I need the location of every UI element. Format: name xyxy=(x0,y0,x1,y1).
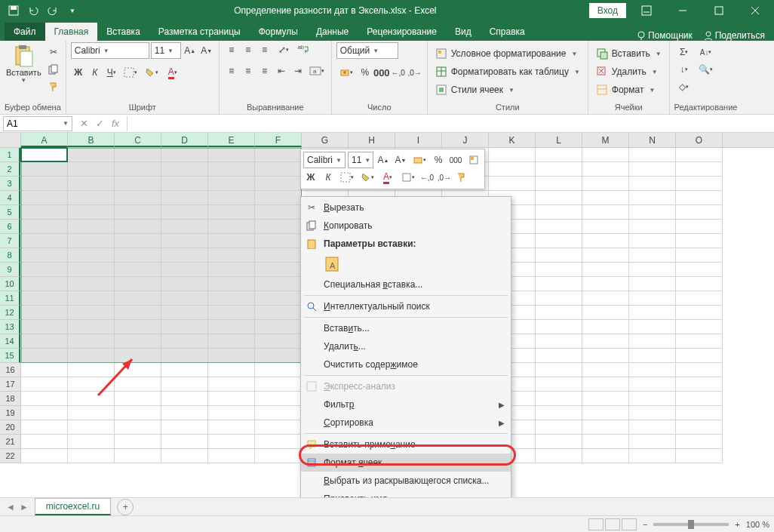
mini-grow-font[interactable]: A▲ xyxy=(376,152,391,168)
login-button[interactable]: Вход xyxy=(589,3,626,18)
wrap-text-button[interactable]: ab xyxy=(295,42,312,57)
font-color-button[interactable]: A▾ xyxy=(163,65,183,80)
row-header[interactable]: 20 xyxy=(0,420,20,435)
delete-cells-button[interactable]: Удалить▼ xyxy=(593,63,661,80)
undo-button[interactable] xyxy=(24,2,42,20)
tab-insert[interactable]: Вставка xyxy=(97,23,149,41)
mini-size-combo[interactable]: 11▼ xyxy=(348,152,373,168)
col-header[interactable]: K xyxy=(489,133,536,147)
row-header[interactable]: 5 xyxy=(0,205,20,220)
redo-button[interactable] xyxy=(44,2,62,20)
increase-indent-button[interactable]: ⇥ xyxy=(290,63,306,78)
minimize-button[interactable] xyxy=(667,0,699,21)
mini-percent[interactable]: % xyxy=(431,152,446,168)
mini-merge[interactable]: ▾ xyxy=(399,170,417,185)
currency-button[interactable]: ▾ xyxy=(336,65,356,80)
row-header[interactable]: 14 xyxy=(0,334,20,349)
row-header[interactable]: 15 xyxy=(0,349,20,363)
row-header[interactable]: 18 xyxy=(0,392,20,406)
orientation-button[interactable]: ⤢▾ xyxy=(274,42,293,57)
mini-bold[interactable]: Ж xyxy=(303,170,318,185)
comma-button[interactable]: 000 xyxy=(374,65,389,80)
menu-sort[interactable]: Сортировка▶ xyxy=(301,414,511,432)
number-format-combo[interactable]: Общий▼ xyxy=(336,42,398,59)
row-header[interactable]: 2 xyxy=(0,162,20,177)
share-button[interactable]: Поделиться xyxy=(703,30,765,41)
row-header[interactable]: 13 xyxy=(0,320,20,334)
format-cells-button[interactable]: Формат▼ xyxy=(593,81,659,98)
view-page-layout-button[interactable] xyxy=(605,518,620,530)
grow-font-button[interactable]: A▲ xyxy=(183,43,198,58)
tab-page-layout[interactable]: Разметка страницы xyxy=(149,23,250,41)
col-header[interactable]: D xyxy=(161,133,208,147)
row-header[interactable]: 1 xyxy=(0,148,20,162)
view-normal-button[interactable] xyxy=(588,518,604,530)
col-header[interactable]: G xyxy=(302,133,349,147)
col-header[interactable]: L xyxy=(536,133,582,147)
decrease-decimal-button[interactable]: ,0→ xyxy=(407,65,422,80)
merge-button[interactable]: a▾ xyxy=(307,63,327,78)
qat-customize-button[interactable]: ▼ xyxy=(63,2,81,20)
col-header[interactable]: B xyxy=(68,133,115,147)
menu-copy[interactable]: Копировать xyxy=(301,217,511,235)
menu-insert-comment[interactable]: Вставить примечание xyxy=(301,435,511,454)
col-header[interactable]: O xyxy=(676,133,723,147)
col-header[interactable]: A xyxy=(21,133,68,147)
paste-button[interactable]: Вставить ▼ xyxy=(5,42,43,85)
new-sheet-button[interactable]: + xyxy=(117,499,134,515)
underline-button[interactable]: Ч▾ xyxy=(104,65,119,80)
align-left-button[interactable]: ≡ xyxy=(224,63,239,78)
menu-insert[interactable]: Вставить... xyxy=(301,319,511,337)
cell-styles-button[interactable]: Стили ячеек▼ xyxy=(432,81,518,98)
clear-button[interactable]: ◇▾ xyxy=(674,79,694,94)
format-as-table-button[interactable]: Форматировать как таблицу▼ xyxy=(432,63,583,80)
mini-italic[interactable]: К xyxy=(321,170,336,185)
font-size-combo[interactable]: 11▼ xyxy=(151,42,181,59)
mini-cond-format[interactable] xyxy=(465,152,482,168)
row-header[interactable]: 10 xyxy=(0,277,20,291)
row-header[interactable]: 4 xyxy=(0,191,20,205)
sheet-tab[interactable]: microexcel.ru xyxy=(35,498,111,515)
col-header[interactable]: C xyxy=(115,133,161,147)
menu-cut[interactable]: ✂Вырезать xyxy=(301,198,511,217)
zoom-level[interactable]: 100 % xyxy=(746,520,769,529)
mini-shrink-font[interactable]: A▼ xyxy=(393,152,408,168)
col-header[interactable]: N xyxy=(629,133,676,147)
menu-pick-from-list[interactable]: Выбрать из раскрывающегося списка... xyxy=(301,472,511,490)
fx-icon[interactable]: fx xyxy=(112,118,119,129)
percent-button[interactable]: % xyxy=(358,65,373,80)
bold-button[interactable]: Ж xyxy=(71,65,86,80)
align-top-button[interactable]: ≡ xyxy=(224,42,239,57)
menu-delete[interactable]: Удалить... xyxy=(301,337,511,355)
col-header[interactable]: E xyxy=(208,133,255,147)
format-painter-button[interactable] xyxy=(46,79,61,94)
tab-data[interactable]: Данные xyxy=(307,23,358,41)
sort-filter-button[interactable]: A↓▾ xyxy=(696,45,716,60)
view-page-break-button[interactable] xyxy=(622,518,637,530)
zoom-out-button[interactable]: − xyxy=(643,520,647,529)
autosum-button[interactable]: Σ▾ xyxy=(674,45,694,60)
increase-decimal-button[interactable]: ←,0 xyxy=(391,65,406,80)
mini-inc-decimal[interactable]: ,0→ xyxy=(437,170,452,185)
menu-paste-option[interactable]: A xyxy=(301,253,511,275)
menu-filter[interactable]: Фильтр▶ xyxy=(301,395,511,414)
menu-format-cells[interactable]: Формат ячеек... xyxy=(301,454,511,472)
insert-cells-button[interactable]: Вставить▼ xyxy=(593,45,665,62)
align-center-button[interactable]: ≡ xyxy=(241,63,256,78)
tab-help[interactable]: Справка xyxy=(481,23,534,41)
ribbon-display-button[interactable] xyxy=(631,0,662,21)
row-header[interactable]: 16 xyxy=(0,363,20,377)
row-header[interactable]: 3 xyxy=(0,177,20,191)
cancel-icon[interactable]: ✕ xyxy=(80,118,88,129)
formula-input[interactable] xyxy=(127,116,774,131)
row-header[interactable]: 19 xyxy=(0,406,20,420)
mini-currency[interactable]: ▾ xyxy=(410,152,428,168)
row-header[interactable]: 8 xyxy=(0,248,20,263)
select-all-corner[interactable] xyxy=(0,133,21,147)
row-header[interactable]: 6 xyxy=(0,220,20,234)
col-header[interactable]: J xyxy=(442,133,489,147)
zoom-slider[interactable] xyxy=(653,523,729,526)
shrink-font-button[interactable]: A▼ xyxy=(199,43,214,58)
tab-home[interactable]: Главная xyxy=(45,23,98,41)
menu-clear[interactable]: Очистить содержимое xyxy=(301,355,511,374)
